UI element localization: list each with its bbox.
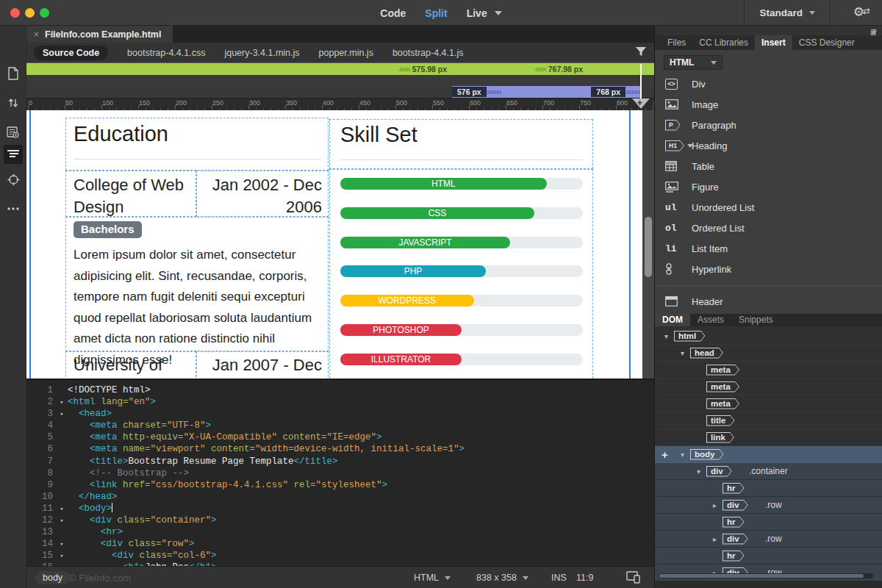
panel-tab-css-designer[interactable]: CSS Designer	[792, 35, 861, 50]
related-file-bootstrap-4.4.1.css[interactable]: bootstrap-4.4.1.css	[127, 48, 205, 58]
workspace-dropdown[interactable]: Standard	[744, 0, 831, 26]
code-fold-icon[interactable]: ▾	[56, 397, 68, 409]
insert-item-heading[interactable]: H1Heading	[655, 135, 882, 156]
panel-tab-insert[interactable]: Insert	[755, 35, 792, 50]
doctype-dropdown[interactable]: HTML	[414, 573, 451, 583]
code-fold-icon[interactable]: ▾	[56, 515, 68, 527]
outline-icon[interactable]	[4, 145, 23, 164]
media-query-bar-purple[interactable]: 576 px ›››››› 768 px ››››››	[452, 86, 640, 98]
insert-category-dropdown[interactable]: HTML	[664, 55, 723, 70]
code-line-6[interactable]: 6 <meta name="viewport" content="width=d…	[26, 443, 654, 455]
dom-panel-menu-icon[interactable]: ≡	[870, 26, 876, 37]
code-view[interactable]: 1<!DOCTYPE html>2▾<html lang="en">3▾ <he…	[26, 379, 654, 566]
view-mode-split[interactable]: Split	[425, 7, 447, 19]
dom-horizontal-scrollbar[interactable]	[659, 573, 873, 578]
device-preview-icon[interactable]	[626, 570, 641, 586]
collapse-icon[interactable]: ▾	[681, 349, 684, 357]
code-line-1[interactable]: 1<!DOCTYPE html>	[26, 384, 654, 396]
view-mode-live[interactable]: Live	[467, 7, 487, 19]
panel-tab-files[interactable]: Files	[661, 35, 692, 50]
inspect-icon[interactable]	[4, 170, 23, 189]
dom-node-head[interactable]: ▾head	[655, 345, 882, 362]
related-file-bootstrap-4.4.1.js[interactable]: bootstrap-4.4.1.js	[392, 48, 464, 58]
view-mode-code[interactable]: Code	[380, 7, 406, 19]
collapse-icon[interactable]: ▾	[664, 332, 668, 340]
tab-close-icon[interactable]: ×	[34, 29, 39, 40]
filter-funnel-icon[interactable]	[635, 46, 647, 60]
live-code-icon[interactable]	[4, 123, 23, 142]
dom-node-body[interactable]: +▾body	[655, 446, 882, 463]
more-options-icon[interactable]	[4, 199, 23, 218]
dom-node-hr[interactable]: hr	[655, 548, 882, 564]
code-line-7[interactable]: 7 <title>Bootstrap Resume Page Template<…	[26, 456, 654, 467]
dom-node-meta[interactable]: meta	[655, 362, 882, 379]
insert-item-list-item[interactable]: liList Item	[655, 238, 882, 259]
related-file-popper.min.js[interactable]: popper.min.js	[319, 48, 373, 58]
code-line-4[interactable]: 4 <meta charset="UTF-8">	[26, 420, 654, 431]
live-dropdown-caret-icon[interactable]	[495, 11, 502, 15]
dom-tab-snippets[interactable]: Snippets	[731, 314, 781, 326]
dom-node-title[interactable]: title	[655, 412, 882, 429]
related-file-source-code[interactable]: Source Code	[34, 46, 108, 60]
code-line-12[interactable]: 12▾ <div class="container">	[26, 514, 654, 526]
code-line-2[interactable]: 2▾<html lang="en">	[26, 396, 654, 408]
code-line-3[interactable]: 3▾ <head>	[26, 408, 654, 420]
dom-node-html[interactable]: ▾html	[655, 328, 882, 345]
preferences-gear-icon[interactable]: ⚙⇄	[853, 4, 869, 20]
insert-item-unordered-list[interactable]: ulUnordered List	[655, 197, 882, 218]
code-fold-icon[interactable]: ▾	[56, 551, 68, 562]
expand-icon[interactable]: ▸	[713, 501, 717, 509]
new-document-icon[interactable]	[4, 64, 23, 83]
skill-bar-fill: ILLUSTRATOR	[340, 354, 462, 365]
dom-node-hr[interactable]: hr	[655, 514, 882, 531]
ruler-number: 500	[396, 99, 407, 107]
code-line-5[interactable]: 5 <meta http-equiv="X-UA-Compatible" con…	[26, 431, 654, 443]
dom-node-div.container[interactable]: ▾div.container	[655, 463, 882, 480]
code-line-8[interactable]: 8 <!-- Bootstrap -->	[26, 467, 654, 479]
code-line-11[interactable]: 11▾ <body>	[26, 503, 654, 514]
status-bar: body © FileInfo.com HTML 838 x 358 INS 1…	[26, 566, 654, 588]
expand-icon[interactable]: ▸	[713, 535, 717, 543]
media-query-bar-green[interactable]: ‹‹‹‹‹575.98 px‹‹‹‹‹767.98 px	[26, 62, 654, 75]
code-token: >	[376, 432, 382, 442]
code-line-10[interactable]: 10 </head>	[26, 491, 654, 503]
scrollbar-thumb[interactable]	[659, 574, 864, 578]
code-line-9[interactable]: 9 <link href="css/bootstrap-4.4.1.css" r…	[26, 479, 654, 491]
dom-node-div.row[interactable]: ▸div.row	[655, 531, 882, 548]
code-fold-icon[interactable]: ▾	[56, 539, 68, 551]
code-line-15[interactable]: 15▾ <div class="col-6">	[26, 550, 654, 562]
dom-tab-assets[interactable]: Assets	[690, 314, 731, 326]
insert-item-figure[interactable]: Figure	[655, 176, 882, 197]
dom-node-meta[interactable]: meta	[655, 379, 882, 395]
add-element-icon[interactable]: +	[662, 448, 668, 461]
scrollbar-thumb[interactable]	[645, 217, 652, 277]
tag-selector-body[interactable]: body	[35, 571, 70, 584]
panel-tab-cc-libraries[interactable]: CC Libraries	[692, 35, 755, 50]
document-tab[interactable]: × FileInfo.com Example.html	[26, 26, 173, 43]
dom-node-div.row[interactable]: ▸div.row	[655, 497, 882, 514]
file-sync-icon[interactable]	[4, 93, 23, 112]
panel-overflow[interactable]: »	[655, 26, 882, 35]
dom-node-hr[interactable]: hr	[655, 480, 882, 497]
window-size-dropdown[interactable]: 838 x 358	[476, 573, 528, 583]
code-line-13[interactable]: 13 <hr>	[26, 526, 654, 538]
live-view-scrollbar[interactable]	[642, 110, 654, 379]
dom-tab-dom[interactable]: DOM	[655, 314, 690, 326]
code-fold-icon[interactable]: ▾	[56, 409, 68, 420]
insert-item-div[interactable]: <>Div	[655, 74, 882, 94]
code-fold-icon[interactable]: ▾	[56, 503, 68, 515]
insert-item-ordered-list[interactable]: olOrdered List	[655, 218, 882, 238]
insert-item-paragraph[interactable]: PParagraph	[655, 115, 882, 135]
insert-item-image[interactable]: Image	[655, 94, 882, 115]
insert-item-table[interactable]: Table	[655, 156, 882, 176]
collapse-icon[interactable]: ▾	[681, 451, 684, 459]
viewport-right-edge[interactable]	[629, 110, 631, 379]
mq-green-label: ‹‹‹‹‹575.98 px	[399, 64, 447, 74]
collapse-icon[interactable]: ▾	[697, 467, 700, 476]
insert-item-header[interactable]: Header	[655, 291, 882, 312]
related-file-jquery-3.4.1.min.js[interactable]: jquery-3.4.1.min.js	[224, 48, 299, 58]
dom-node-link[interactable]: link	[655, 429, 882, 446]
code-line-14[interactable]: 14▾ <div class="row">	[26, 538, 654, 550]
insert-item-hyperlink[interactable]: Hyperlink	[655, 259, 882, 279]
dom-node-meta[interactable]: meta	[655, 395, 882, 412]
